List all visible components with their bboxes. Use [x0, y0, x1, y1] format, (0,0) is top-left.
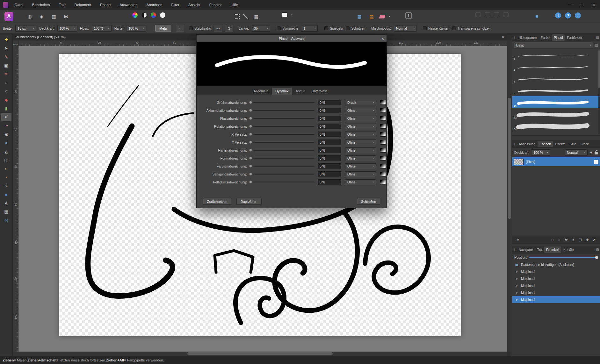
- ramp-icon[interactable]: [380, 156, 386, 161]
- value-input[interactable]: 0 %: [318, 124, 341, 129]
- position-slider[interactable]: [529, 257, 598, 258]
- brush-list-scrollbar[interactable]: [598, 50, 600, 134]
- tab-farbe[interactable]: Farbe: [539, 34, 551, 41]
- slider-knob[interactable]: [249, 125, 252, 128]
- align-icon[interactable]: ≡: [533, 12, 541, 21]
- position-slider-knob[interactable]: [595, 256, 598, 259]
- panel-menu-icon[interactable]: ▤: [596, 36, 599, 39]
- assistant-icon[interactable]: i: [555, 12, 561, 18]
- tab-transform[interactable]: Tra: [535, 246, 544, 253]
- brush-item[interactable]: 64: [512, 120, 600, 132]
- text-tool[interactable]: A: [1, 199, 11, 207]
- snapping-icon[interactable]: ▦: [252, 12, 260, 21]
- marquee-ellipse-tool[interactable]: ○: [1, 87, 11, 96]
- blend-mode-select[interactable]: Normal▾: [394, 25, 417, 32]
- paint-brush-tool[interactable]: ✐: [1, 113, 11, 121]
- slider-knob[interactable]: [249, 109, 252, 112]
- mode-select[interactable]: Ohne▾: [345, 139, 376, 145]
- marquee-icon[interactable]: [235, 14, 240, 19]
- gradient-tool[interactable]: ▮: [1, 104, 11, 113]
- brush-item[interactable]: 4: [512, 73, 600, 84]
- slider-track[interactable]: [253, 174, 314, 175]
- group-icon[interactable]: ❑: [577, 237, 584, 243]
- value-input[interactable]: 0 %: [318, 155, 341, 161]
- mode-select[interactable]: Druck▾: [345, 100, 376, 105]
- tab-protokoll[interactable]: Protokoll: [544, 246, 561, 253]
- slider-track[interactable]: [253, 134, 314, 135]
- tab-pinsel[interactable]: Pinsel: [552, 34, 565, 41]
- menu-text[interactable]: Text: [54, 0, 70, 10]
- mesh-warp-tool[interactable]: ▦: [1, 207, 11, 216]
- layer-blend-select[interactable]: Normal▾: [565, 149, 588, 156]
- slider-knob[interactable]: [249, 157, 252, 160]
- ramp-icon[interactable]: [380, 164, 386, 168]
- slider-knob[interactable]: [249, 141, 252, 144]
- rows-icon[interactable]: ▤: [367, 12, 376, 21]
- panel-grip-icon[interactable]: ||: [513, 36, 517, 39]
- hardness-select[interactable]: 100 %▾: [126, 25, 146, 32]
- tab-anpassung[interactable]: Anpassung: [517, 141, 538, 147]
- value-input[interactable]: 0 %: [318, 132, 341, 137]
- flood-fill-tool[interactable]: ◆: [1, 96, 11, 104]
- rope-stabilizer-icon[interactable]: ↝: [214, 25, 222, 32]
- subtract-mode-icon[interactable]: [243, 14, 248, 19]
- develop-persona-icon[interactable]: ▥: [50, 12, 58, 21]
- slider-knob[interactable]: [249, 165, 252, 168]
- minimize-button[interactable]: —: [564, 0, 576, 10]
- layer-visibility-checkbox[interactable]: [594, 160, 598, 164]
- slider-knob[interactable]: [249, 149, 252, 152]
- mode-select[interactable]: Ohne▾: [345, 163, 376, 169]
- panel-menu-icon[interactable]: ▤: [596, 248, 599, 251]
- brush-category-select[interactable]: Basic▾: [514, 42, 593, 48]
- slider-knob[interactable]: [249, 173, 252, 175]
- pixel-tool[interactable]: ✏: [1, 70, 11, 78]
- menu-ansicht[interactable]: Ansicht: [184, 0, 205, 10]
- more-button[interactable]: Mehr: [155, 25, 171, 32]
- protect-alpha-checkbox[interactable]: Transparenz schützen: [452, 26, 491, 30]
- layer-opacity-select[interactable]: 100 %▾: [531, 149, 550, 156]
- slider-track[interactable]: [253, 102, 314, 103]
- panel-grip-icon[interactable]: ||: [513, 248, 517, 251]
- history-item-selected[interactable]: ✐Malpinsel: [512, 296, 600, 303]
- slider-knob[interactable]: [249, 101, 252, 104]
- snapshot-icon[interactable]: [485, 12, 490, 17]
- flow-select[interactable]: 100 %▾: [92, 25, 112, 32]
- smart-select-tool[interactable]: ◌: [1, 78, 11, 87]
- duplicate-button[interactable]: Duplizieren: [236, 198, 262, 205]
- blur-tool[interactable]: ●: [1, 139, 11, 147]
- gear-icon[interactable]: ✱: [589, 150, 593, 155]
- tab-ebenen[interactable]: Ebenen: [538, 141, 553, 147]
- mode-select[interactable]: Ohne▾: [345, 132, 376, 137]
- history-item[interactable]: ✐Malpinsel: [512, 275, 600, 282]
- slider-knob[interactable]: [249, 133, 252, 136]
- colour-replacement-tool[interactable]: ✑: [1, 121, 11, 130]
- panel-menu-icon[interactable]: ▤: [595, 44, 598, 47]
- wet-edges-checkbox[interactable]: Nasse Kanten: [423, 26, 449, 30]
- ramp-icon[interactable]: [380, 100, 386, 105]
- value-input[interactable]: 0 %: [318, 171, 341, 177]
- move-tool[interactable]: ➤: [1, 44, 11, 53]
- snapshot-icon[interactable]: [494, 12, 499, 17]
- history-item[interactable]: ✐Malpinsel: [512, 289, 600, 296]
- vertical-scrollbar[interactable]: [507, 40, 512, 352]
- menu-fenster[interactable]: Fenster: [205, 0, 226, 10]
- history-item[interactable]: ▦Rasterebene hinzufügen (Assistent): [512, 261, 600, 268]
- menu-datei[interactable]: Datei: [10, 0, 28, 10]
- live-filter-icon[interactable]: ✶: [570, 237, 577, 243]
- rgb-icon[interactable]: [151, 12, 156, 18]
- export-persona-icon[interactable]: ⋈: [62, 12, 70, 21]
- tab-navigator[interactable]: Navigator: [517, 246, 535, 253]
- slider-track[interactable]: [253, 182, 314, 182]
- menu-filter[interactable]: Filter: [167, 0, 184, 10]
- tab-histogramm[interactable]: Histogramm: [517, 34, 539, 41]
- ramp-icon[interactable]: [380, 148, 386, 153]
- tab-unterpinsel[interactable]: Unterpinsel: [308, 88, 332, 95]
- slider-track[interactable]: [253, 142, 314, 143]
- slider-track[interactable]: [253, 118, 314, 119]
- menu-anordnen[interactable]: Anordnen: [142, 0, 167, 10]
- close-button[interactable]: ×: [588, 0, 600, 10]
- tab-textur[interactable]: Textur: [292, 88, 308, 95]
- symmetry-checkbox[interactable]: Symmetrie: [277, 26, 298, 30]
- mask-icon[interactable]: □: [549, 237, 556, 243]
- document-tab[interactable]: <Unbenannt> [Geändert] (50.9%): [16, 35, 66, 39]
